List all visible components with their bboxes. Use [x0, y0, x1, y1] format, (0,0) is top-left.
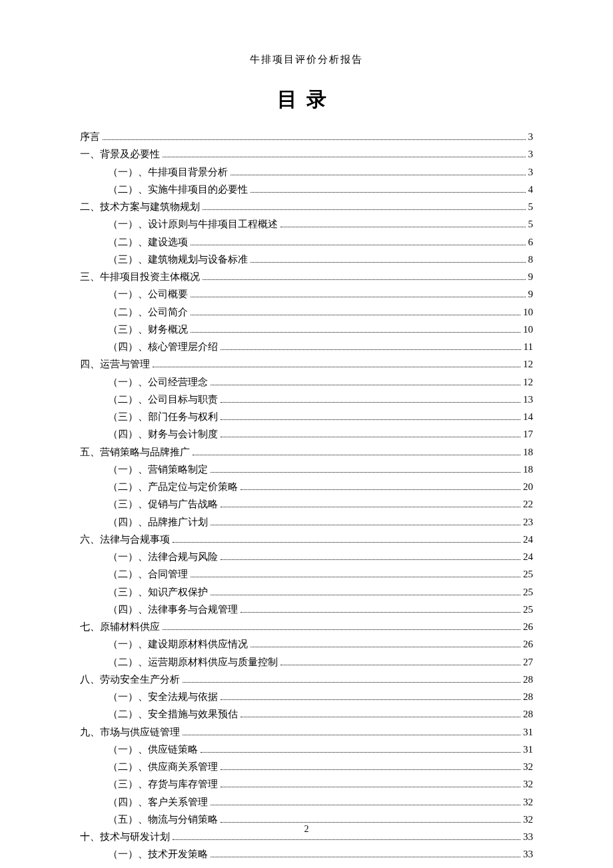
toc-entry-label: （一）、公司经营理念	[108, 373, 208, 391]
toc-leader-dots	[221, 437, 520, 437]
toc-leader-dots	[191, 297, 526, 297]
toc-entry-label: 序言	[80, 128, 100, 145]
toc-entry-page: 8	[528, 251, 534, 268]
toc-entry[interactable]: （二）、安全措施与效果预估28	[80, 705, 533, 723]
toc-entry[interactable]: （三）、财务概况10	[80, 321, 533, 338]
toc-entry[interactable]: （一）、公司概要9	[80, 285, 533, 303]
toc-entry[interactable]: 五、营销策略与品牌推广18	[80, 443, 533, 461]
toc-entry[interactable]: （一）、安全法规与依据28	[80, 688, 533, 705]
toc-entry[interactable]: （三）、促销与广告战略22	[80, 495, 533, 513]
toc-entry-label: （二）、实施牛排项目的必要性	[108, 181, 248, 198]
toc-leader-dots	[221, 402, 520, 403]
toc-entry-label: （三）、建筑物规划与设备标准	[108, 251, 248, 268]
toc-leader-dots	[193, 455, 520, 455]
toc-entry-label: （二）、公司简介	[108, 303, 188, 321]
toc-entry-label: （四）、法律事务与合规管理	[108, 601, 238, 618]
toc-entry[interactable]: （三）、知识产权保护25	[80, 583, 533, 601]
toc-entry-label: （二）、产品定位与定价策略	[108, 478, 238, 495]
toc-entry[interactable]: （二）、公司简介10	[80, 303, 533, 321]
toc-leader-dots	[221, 822, 520, 823]
toc-entry-label: （二）、运营期原材料供应与质量控制	[108, 653, 278, 671]
toc-entry-label: （四）、客户关系管理	[108, 793, 208, 811]
toc-entry[interactable]: （一）、供应链策略31	[80, 741, 533, 758]
toc-entry[interactable]: （一）、营销策略制定18	[80, 461, 533, 478]
toc-leader-dots	[191, 315, 520, 315]
toc-entry-label: （一）、供应链策略	[108, 741, 198, 758]
toc-entry-label: （一）、技术开发策略	[108, 845, 208, 863]
toc-entry-label: （二）、建设选项	[108, 233, 188, 251]
toc-leader-dots	[203, 279, 526, 280]
toc-leader-dots	[211, 472, 520, 473]
toc-entry-label: 八、劳动安全生产分析	[80, 671, 180, 688]
toc-entry[interactable]: （三）、部门任务与权利14	[80, 408, 533, 425]
toc-entry-page: 28	[523, 671, 533, 688]
toc-entry[interactable]: （四）、品牌推广计划23	[80, 513, 533, 531]
toc-entry-page: 3	[528, 128, 534, 145]
toc-entry[interactable]: （一）、法律合规与风险24	[80, 548, 533, 565]
toc-entry[interactable]: 六、法律与合规事项24	[80, 531, 533, 548]
toc-entry[interactable]: （二）、实施牛排项目的必要性4	[80, 181, 533, 198]
toc-entry[interactable]: （一）、公司经营理念12	[80, 373, 533, 391]
toc-entry-page: 17	[523, 425, 533, 443]
toc-leader-dots	[251, 192, 526, 193]
toc-entry[interactable]: （一）、技术开发策略33	[80, 845, 533, 863]
toc-entry[interactable]: （三）、建筑物规划与设备标准8	[80, 251, 533, 268]
toc-leader-dots	[211, 805, 520, 805]
toc-entry-label: （四）、财务与会计制度	[108, 425, 218, 443]
toc-entry-label: （三）、促销与广告战略	[108, 495, 218, 513]
toc-entry-page: 5	[528, 215, 534, 233]
toc-entry[interactable]: （二）、合同管理25	[80, 565, 533, 583]
toc-entry-page: 20	[523, 478, 533, 495]
toc-entry[interactable]: 四、运营与管理12	[80, 355, 533, 373]
toc-leader-dots	[251, 647, 520, 647]
toc-entry-label: （三）、财务概况	[108, 321, 188, 338]
toc-entry-label: 五、营销策略与品牌推广	[80, 443, 190, 461]
toc-entry-page: 9	[528, 285, 534, 303]
toc-entry-page: 9	[528, 268, 534, 285]
toc-entry-page: 27	[523, 653, 533, 671]
toc-leader-dots	[221, 419, 520, 420]
toc-entry[interactable]: （四）、法律事务与合规管理25	[80, 601, 533, 618]
toc-entry-page: 32	[523, 775, 533, 793]
toc-entry[interactable]: 七、原辅材料供应26	[80, 618, 533, 635]
toc-leader-dots	[153, 367, 520, 367]
toc-entry[interactable]: 二、技术方案与建筑物规划5	[80, 198, 533, 215]
toc-entry-page: 3	[528, 145, 534, 163]
toc-entry[interactable]: （二）、建设选项6	[80, 233, 533, 251]
toc-entry[interactable]: 九、市场与供应链管理31	[80, 723, 533, 741]
toc-entry[interactable]: 八、劳动安全生产分析28	[80, 671, 533, 688]
toc-leader-dots	[203, 209, 526, 210]
toc-entry-page: 31	[523, 723, 533, 741]
toc-entry[interactable]: 序言3	[80, 128, 533, 145]
toc-entry[interactable]: 三、牛排项目投资主体概况9	[80, 268, 533, 285]
toc-entry[interactable]: （三）、存货与库存管理32	[80, 775, 533, 793]
toc-entry-page: 11	[524, 338, 533, 355]
toc-entry-page: 3	[528, 163, 534, 181]
toc-entry[interactable]: （四）、客户关系管理32	[80, 793, 533, 811]
toc-entry-page: 12	[523, 373, 533, 391]
toc-entry[interactable]: （四）、财务与会计制度17	[80, 425, 533, 443]
toc-entry[interactable]: （一）、牛排项目背景分析3	[80, 163, 533, 181]
toc-entry[interactable]: 一、背景及必要性3	[80, 145, 533, 163]
toc-entry-page: 12	[523, 355, 533, 373]
toc-leader-dots	[231, 175, 526, 175]
toc-entry[interactable]: （二）、供应商关系管理32	[80, 758, 533, 775]
toc-entry[interactable]: （二）、公司目标与职责13	[80, 391, 533, 408]
toc-entry-label: （二）、安全措施与效果预估	[108, 705, 238, 723]
toc-leader-dots	[173, 542, 520, 543]
toc-entry-page: 5	[528, 198, 534, 215]
document-header: 牛排项目评价分析报告	[80, 53, 533, 66]
toc-entry-label: （一）、法律合规与风险	[108, 548, 218, 565]
toc-entry[interactable]: （四）、核心管理层介绍11	[80, 338, 533, 355]
toc-entry[interactable]: （一）、设计原则与牛排项目工程概述5	[80, 215, 533, 233]
toc-entry[interactable]: （二）、运营期原材料供应与质量控制27	[80, 653, 533, 671]
toc-leader-dots	[241, 489, 520, 490]
toc-entry-page: 23	[523, 513, 533, 531]
toc-entry-label: 三、牛排项目投资主体概况	[80, 268, 200, 285]
toc-entry[interactable]: （二）、产品定位与定价策略20	[80, 478, 533, 495]
toc-leader-dots	[241, 612, 520, 613]
toc-entry[interactable]: （一）、建设期原材料供应情况26	[80, 635, 533, 653]
toc-entry-page: 25	[523, 601, 533, 618]
toc-entry-page: 28	[523, 688, 533, 705]
toc-leader-dots	[281, 665, 520, 665]
